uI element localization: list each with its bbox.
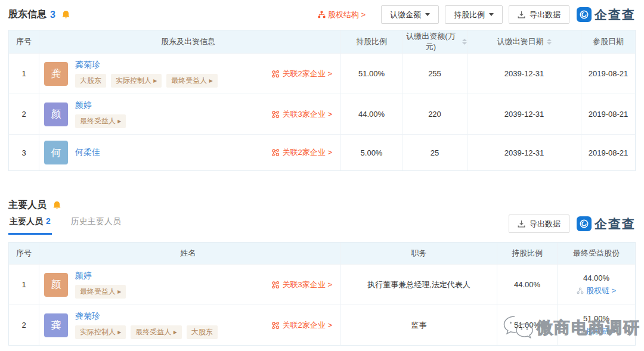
related-companies-link[interactable]: 关联2家企业 > [271, 320, 332, 331]
tag-beneficial-owner[interactable]: 最终受益人 ▸ [75, 114, 126, 128]
download-icon [518, 11, 525, 18]
tag-beneficial-owner[interactable]: 最终受益人 ▸ [75, 285, 126, 299]
tag-major-shareholder[interactable]: 大股东 [187, 325, 218, 339]
qichacha-logo: 企查查 [577, 7, 636, 23]
benefit-cell: 44.00% 股权链 > [557, 265, 635, 305]
sort-pay-date-control[interactable] [547, 39, 552, 45]
shareholder-info-cell: 龚 龚菊珍 大股东 实际控制人 ▸ 最终受益人 ▸ 关联2家企业 > [39, 54, 340, 94]
shareholder-name-link[interactable]: 何柔佳 [75, 147, 100, 158]
qichacha-logo-icon [577, 7, 592, 22]
row-index: 2 [9, 305, 39, 345]
chain-icon [577, 328, 584, 335]
pay-date-cell: 2039-12-31 [467, 54, 581, 94]
col-header-name: 姓名 [39, 243, 340, 264]
join-date-cell: 2019-08-21 [581, 94, 635, 134]
avatar[interactable]: 龚 [44, 62, 68, 86]
tag-actual-controller[interactable]: 实际控制人 ▸ [75, 325, 126, 339]
amount-cell: 220 [402, 94, 467, 134]
amount-filter-button[interactable]: 认缴金额 [381, 5, 439, 24]
personnel-row: 1 颜 颜婷 最终受益人 ▸ 关联3家企业 > [9, 264, 635, 305]
related-companies-link[interactable]: 关联3家企业 > [271, 109, 332, 120]
export-data-button[interactable]: 导出数据 [509, 5, 569, 24]
company-profile-page: 股东信息 3 股权结构 > 认缴金额 持股比例 导出数据 [0, 0, 644, 351]
download-icon [518, 220, 525, 228]
equity-structure-link[interactable]: 股权结构 > [318, 10, 366, 20]
col-header-index: 序号 [9, 243, 39, 264]
personnel-table-header: 序号 姓名 职务 持股比例 最终受益股份 [9, 243, 635, 264]
shareholders-table-header: 序号 股东及出资信息 持股比例 认缴出资额(万元) 认缴出资日期 参股日期 [9, 30, 635, 53]
sort-amount-control[interactable] [462, 39, 467, 45]
chevron-down-icon [489, 13, 494, 16]
related-companies-link[interactable]: 关联2家企业 > [271, 147, 332, 158]
tag-beneficial-owner[interactable]: 最终受益人 ▸ [131, 325, 181, 339]
qichacha-logo-text: 企查查 [595, 216, 636, 232]
personnel-name-link[interactable]: 颜婷 [75, 271, 126, 281]
join-date-cell: 2019-08-21 [581, 54, 635, 94]
personnel-title-text: 主要人员 [8, 199, 47, 212]
tag-major-shareholder[interactable]: 大股东 [75, 74, 106, 88]
equity-chain-link[interactable]: 股权链 > [577, 285, 616, 296]
avatar[interactable]: 何 [44, 141, 68, 164]
network-icon [271, 321, 280, 330]
ratio-filter-button[interactable]: 持股比例 [445, 5, 503, 24]
personnel-info-cell: 颜 颜婷 最终受益人 ▸ 关联3家企业 > [39, 265, 340, 305]
personnel-section: 主要人员 主要人员2 历史主要人员 导出数据 [0, 194, 644, 346]
related-companies-link[interactable]: 关联2家企业 > [271, 69, 332, 79]
personnel-name-link[interactable]: 龚菊珍 [75, 311, 218, 322]
qichacha-logo-text: 企查查 [595, 7, 636, 23]
avatar[interactable]: 颜 [44, 102, 68, 126]
shareholder-name-link[interactable]: 龚菊珍 [75, 60, 218, 70]
personnel-title: 主要人员 [8, 199, 61, 212]
tab-history-personnel[interactable]: 历史主要人员 [70, 213, 122, 235]
position-cell: 执行董事兼总经理,法定代表人 [340, 265, 497, 305]
join-date-cell: 2019-08-21 [581, 135, 635, 170]
avatar[interactable]: 龚 [44, 313, 68, 337]
chevron-down-icon [425, 13, 430, 16]
ratio-cell: 44.00% [340, 94, 402, 134]
equity-chain-link[interactable]: 股权链 > [577, 326, 616, 337]
shareholders-title-text: 股东信息 [8, 8, 47, 21]
qichacha-logo-icon [577, 216, 592, 231]
pay-date-cell: 2039-12-31 [467, 135, 581, 170]
col-header-info: 股东及出资信息 [39, 30, 340, 53]
ratio-cell: 44.00% [497, 265, 557, 305]
tab-count: 2 [46, 216, 51, 226]
chain-icon [577, 287, 584, 294]
related-companies-link[interactable]: 关联3家企业 > [271, 279, 332, 290]
network-icon [271, 110, 280, 119]
shareholder-name-link[interactable]: 颜婷 [75, 100, 126, 111]
avatar[interactable]: 颜 [44, 273, 68, 297]
tag-beneficial-owner[interactable]: 最终受益人 ▸ [166, 74, 217, 88]
personnel-info-cell: 龚 龚菊珍 实际控制人 ▸ 最终受益人 ▸ 大股东 关联2家企业 > [39, 305, 340, 345]
amount-cell: 25 [402, 135, 467, 170]
network-icon [271, 281, 280, 289]
row-index: 1 [9, 265, 39, 305]
personnel-toolbar: 导出数据 企查查 [503, 215, 636, 233]
col-header-amount: 认缴出资额(万元) [402, 30, 467, 53]
personnel-section-header: 主要人员 [0, 194, 644, 212]
tab-current-personnel[interactable]: 主要人员2 [8, 213, 52, 235]
shareholder-row: 2 颜 颜婷 最终受益人 ▸ 关联3家企业 > 44.00% [9, 94, 635, 134]
personnel-table: 序号 姓名 职务 持股比例 最终受益股份 1 颜 颜婷 最终受益人 ▸ [8, 242, 636, 346]
shareholder-info-cell: 何 何柔佳 关联2家企业 > [39, 135, 340, 170]
shareholder-row: 1 龚 龚菊珍 大股东 实际控制人 ▸ 最终受益人 ▸ 关联2家企业 > [9, 53, 635, 94]
shareholders-toolbar: 股权结构 > 认缴金额 持股比例 导出数据 企查查 [318, 5, 636, 24]
bell-icon[interactable] [52, 201, 61, 210]
org-chart-icon [318, 11, 326, 18]
network-icon [271, 148, 280, 157]
personnel-row: 2 龚 龚菊珍 实际控制人 ▸ 最终受益人 ▸ 大股东 [9, 305, 635, 345]
export-data-button[interactable]: 导出数据 [509, 215, 569, 233]
col-header-position: 职务 [340, 243, 497, 264]
col-header-join-date: 参股日期 [581, 30, 635, 53]
qichacha-logo: 企查查 [577, 216, 636, 232]
ratio-cell: 51.00% [340, 54, 402, 94]
personnel-tabs-row: 主要人员2 历史主要人员 导出数据 企查查 [0, 213, 644, 235]
shareholders-count: 3 [50, 10, 55, 20]
col-header-ratio: 持股比例 [497, 243, 557, 264]
col-header-index: 序号 [9, 30, 39, 53]
benefit-value: 51.00% [583, 314, 609, 323]
shareholders-table: 序号 股东及出资信息 持股比例 认缴出资额(万元) 认缴出资日期 参股日期 1 … [8, 30, 636, 171]
tag-actual-controller[interactable]: 实际控制人 ▸ [111, 74, 162, 88]
shareholders-title: 股东信息 3 [8, 8, 70, 21]
bell-icon[interactable] [61, 10, 70, 20]
